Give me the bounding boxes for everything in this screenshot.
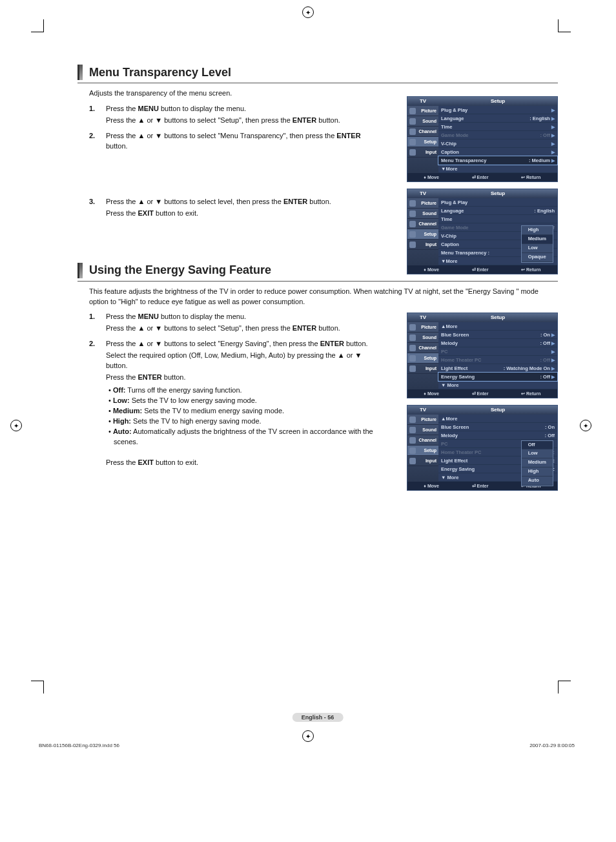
option-def: • Low: Sets the TV to low energy saving … <box>108 396 377 406</box>
footer-timestamp: 2007-03-29 8:00:05 <box>529 743 575 748</box>
crop-mark <box>558 19 571 32</box>
osd-row: Light Effect: Watching Mode On ▶ <box>438 364 557 373</box>
osd-row: Caption ▶ <box>438 148 557 156</box>
nav-icon <box>409 108 416 114</box>
nav-icon <box>409 345 416 351</box>
text: Press the <box>106 458 138 466</box>
osd-row: Plug & Play <box>438 198 557 207</box>
text-bold: MENU <box>138 313 159 320</box>
osd-popup-option: Medium <box>522 235 553 244</box>
nav-icon <box>409 139 416 145</box>
osd-content: ▲More Blue Screen: On Melody: Off PC Hom… <box>438 415 557 482</box>
section-header: Menu Transparency Level <box>77 65 558 83</box>
osd-title: Setup <box>438 97 557 106</box>
osd-nav-item: Input <box>407 364 438 374</box>
osd-row: V-Chip ▶ <box>438 139 557 148</box>
nav-icon <box>409 118 416 125</box>
osd-column: TVSetupPictureSoundChannelSetupInputPlug… <box>407 96 558 281</box>
osd-footer: ♦ Move⏎ Enter↩ Return <box>407 173 557 181</box>
osd-row: ▼More <box>438 165 557 173</box>
text: button to display the menu. <box>159 313 246 320</box>
nav-icon <box>409 416 416 423</box>
step-number: 2. <box>89 131 99 153</box>
osd-body: PictureSoundChannelSetupInputPlug & Play… <box>407 198 557 265</box>
osd-row: Menu Transparency: Medium ▶ <box>438 156 557 165</box>
osd-row: Melody: Off ▶ <box>438 339 557 347</box>
osd-row: ▲More <box>438 415 557 423</box>
text: Press the <box>106 313 138 320</box>
osd-body: PictureSoundChannelSetupInput▲More Blue … <box>407 322 557 389</box>
step-body: Press the MENU button to display the men… <box>106 312 340 335</box>
nav-icon <box>409 437 416 444</box>
osd-nav-item: Channel <box>407 435 438 446</box>
nav-icon <box>409 324 416 331</box>
text: button. <box>344 340 368 347</box>
osd-tv-label: TV <box>407 313 438 322</box>
osd-column: TVSetupPictureSoundChannelSetupInput▲Mor… <box>407 313 558 497</box>
osd-nav-item: Input <box>407 456 438 466</box>
footer-filename: BN68-01156B-02Eng-0329.indd 56 <box>39 743 119 748</box>
text: button. <box>307 198 331 205</box>
osd-screenshot-3: TVSetupPictureSoundChannelSetupInput▲Mor… <box>407 313 558 398</box>
page-number: English - 56 <box>293 713 344 722</box>
osd-row: Blue Screen: On <box>438 423 557 431</box>
osd-row: Time <box>438 215 557 223</box>
osd-nav-item: Sound <box>407 333 438 343</box>
osd-footer: ♦ Move⏎ Enter↩ Return <box>407 389 557 398</box>
nav-icon <box>409 447 416 454</box>
osd-nav-item: Setup <box>407 137 438 147</box>
registration-mark-icon <box>580 420 591 431</box>
text: button to display the menu. <box>159 105 246 112</box>
section-body: This feature adjusts the brightness of t… <box>77 287 558 468</box>
section-body: Adjusts the transparency of the menu scr… <box>77 88 558 220</box>
osd-nav-item: Channel <box>407 343 438 353</box>
nav-icon <box>409 334 416 341</box>
nav-icon <box>409 221 416 227</box>
crop-mark <box>31 19 44 32</box>
osd-nav-item: Setup <box>407 353 438 364</box>
text: Press the <box>106 373 138 381</box>
osd-popup-option: Low <box>522 244 553 253</box>
text: button. <box>316 324 340 332</box>
nav-icon <box>409 149 416 156</box>
osd-nav-item: Setup <box>407 446 438 456</box>
osd-content: ▲More Blue Screen: On ▶Melody: Off ▶PC ▶… <box>438 322 557 389</box>
osd-title: Setup <box>438 313 557 322</box>
option-definitions: • Off: Turns off the energy saving funct… <box>106 385 377 447</box>
text: button. <box>106 142 128 150</box>
osd-nav-item: Input <box>407 240 438 250</box>
text: Press the ▲ or ▼ buttons to select "Ener… <box>106 340 320 347</box>
registration-mark-icon <box>10 420 22 431</box>
osd-nav-item: Picture <box>407 198 438 209</box>
osd-nav-item: Channel <box>407 127 438 137</box>
osd-popup-option: Auto <box>522 477 553 486</box>
osd-row: Plug & Play ▶ <box>438 106 557 114</box>
osd-content: Plug & Play Language: English Time Game … <box>438 198 557 265</box>
nav-icon <box>409 241 416 248</box>
step-body: Press the ▲ or ▼ buttons to select "Ener… <box>106 339 377 447</box>
text: button to exit. <box>154 209 198 217</box>
text-bold: EXIT <box>138 458 154 466</box>
osd-body: PictureSoundChannelSetupInputPlug & Play… <box>407 106 557 173</box>
crop-mark <box>558 681 571 693</box>
osd-nav: PictureSoundChannelSetupInput <box>407 106 438 173</box>
registration-mark-icon <box>302 6 314 18</box>
osd-nav-item: Sound <box>407 116 438 127</box>
osd-header: TVSetup <box>407 97 557 106</box>
osd-popup-option: Medium <box>522 458 553 467</box>
step-body: Press the MENU button to display the men… <box>106 104 340 127</box>
text-bold: ENTER <box>293 116 316 124</box>
text: button. <box>316 116 340 124</box>
nav-icon <box>409 128 416 135</box>
osd-screenshot-1: TVSetupPictureSoundChannelSetupInputPlug… <box>407 96 558 182</box>
intro-text: This feature adjusts the brightness of t… <box>89 287 558 307</box>
option-def: • Medium: Sets the TV to medium energy s… <box>108 406 377 416</box>
osd-popup-option: High <box>522 226 553 235</box>
text: Press the ▲ or ▼ buttons to select "Setu… <box>106 116 293 124</box>
footer-metadata: BN68-01156B-02Eng-0329.indd 56 2007-03-2… <box>39 743 575 748</box>
osd-nav: PictureSoundChannelSetupInput <box>407 198 438 265</box>
osd-nav-item: Sound <box>407 209 438 219</box>
osd-title: Setup <box>438 406 557 415</box>
step-number: 2. <box>89 339 99 447</box>
text-bold: ENTER <box>293 324 316 332</box>
